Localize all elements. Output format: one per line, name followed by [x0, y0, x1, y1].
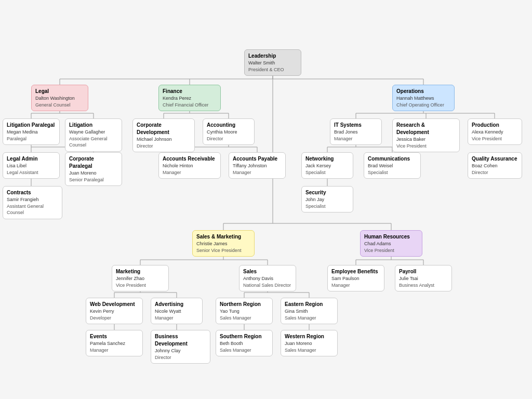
node-name-marketing: Jennifer Zhao [116, 275, 165, 282]
node-name-litigation: Wayne Gallagher [69, 129, 118, 136]
node-title-communications: Communications [368, 155, 417, 163]
node-name-accts_receivable: Nichole Hinton [163, 163, 217, 169]
node-name-payroll: Julie Tsai [399, 275, 448, 282]
node-role-events: Manager [90, 347, 139, 354]
node-title-sales_marketing: Sales & Marketing [196, 233, 250, 241]
node-contracts: ContractsSamir FrangiehAssistant General… [3, 186, 62, 219]
node-events: EventsPamela SanchezManager [86, 330, 143, 356]
node-title-litigation_paralegal: Litigation Paralegal [7, 122, 56, 129]
node-name-eastern_region: Gina Smith [285, 308, 334, 315]
node-role-western_region: Sales Manager [285, 347, 334, 354]
node-role-networking: Specialist [305, 169, 349, 176]
node-name-sales_marketing: Christie James [196, 241, 250, 247]
node-title-accounting: Accounting [207, 122, 250, 129]
node-name-quality_assurance: Boaz Cohen [472, 163, 518, 169]
node-biz_dev: Business DevelopmentJohnny ClayDirector [151, 330, 210, 364]
node-title-events: Events [90, 333, 139, 340]
node-name-production: Alexa Kennedy [472, 129, 518, 136]
node-web_dev: Web DevelopmentKevin PerryDeveloper [86, 298, 143, 324]
node-role-litigation_paralegal: Paralegal [7, 136, 56, 142]
node-role-web_dev: Developer [90, 315, 139, 322]
node-name-litigation_paralegal: Megan Medina [7, 129, 56, 136]
node-sales: SalesAnthony DavisNational Sales Directo… [239, 265, 296, 291]
node-role-sales: National Sales Director [243, 282, 292, 289]
node-name-finance: Kendra Perez [163, 95, 217, 102]
node-role-finance: Chief Financial Officer [163, 102, 217, 109]
node-name-operations: Hannah Matthews [396, 95, 450, 102]
node-title-advertising: Advertising [155, 301, 198, 308]
node-role-emp_benefits: Manager [331, 282, 380, 289]
node-title-web_dev: Web Development [90, 301, 139, 308]
node-role-leadership: President & CEO [248, 66, 297, 73]
node-role-contracts: Assistant General Counsel [7, 203, 58, 216]
node-role-advertising: Manager [155, 315, 198, 322]
node-role-human_resources: Vice President [364, 247, 418, 254]
node-legal_admin: Legal AdminLisa LibelLegal Assistant [3, 152, 60, 179]
node-name-western_region: Juan Moreno [285, 340, 334, 347]
node-role-accts_payable: Manager [233, 169, 282, 176]
node-role-corp_dev: Director [137, 143, 191, 150]
org-chart: LeadershipWalter SmithPresident & CEOLeg… [0, 0, 532, 399]
node-title-southern_region: Southern Region [220, 333, 269, 340]
node-title-western_region: Western Region [285, 333, 334, 340]
node-name-biz_dev: Johnny Clay [155, 348, 206, 354]
node-role-payroll: Business Analyst [399, 282, 448, 289]
node-human_resources: Human ResourcesChad AdamsVice President [360, 230, 422, 257]
node-accts_receivable: Accounts ReceivableNichole HintonManager [158, 152, 221, 179]
node-role-quality_assurance: Director [472, 169, 518, 176]
node-role-northern_region: Sales Manager [220, 315, 269, 322]
node-role-legal_admin: Legal Assistant [7, 169, 56, 176]
node-title-legal_admin: Legal Admin [7, 155, 56, 163]
node-litigation_paralegal: Litigation ParalegalMegan MedinaParalega… [3, 118, 60, 145]
node-role-legal: General Counsel [35, 102, 84, 109]
node-role-accts_receivable: Manager [163, 169, 217, 176]
node-name-emp_benefits: Sam Paulson [331, 275, 380, 282]
node-title-northern_region: Northern Region [220, 301, 269, 308]
node-litigation: LitigationWayne GallagherAssociate Gener… [65, 118, 122, 152]
node-sales_marketing: Sales & MarketingChristie JamesSenior Vi… [192, 230, 255, 257]
node-title-quality_assurance: Quality Assurance [472, 155, 518, 163]
node-marketing: MarketingJennifer ZhaoVice President [112, 265, 169, 291]
node-title-marketing: Marketing [116, 268, 165, 275]
node-eastern_region: Eastern RegionGina SmithSales Manager [281, 298, 338, 324]
node-legal: LegalDalton WashingtonGeneral Counsel [31, 85, 88, 111]
node-title-eastern_region: Eastern Region [285, 301, 334, 308]
node-operations: OperationsHannah MatthewsChief Operating… [392, 85, 455, 111]
node-name-networking: Jack Kersey [305, 163, 349, 169]
node-role-communications: Specialist [368, 169, 417, 176]
node-quality_assurance: Quality AssuranceBoaz CohenDirector [468, 152, 522, 179]
node-security: SecurityJohn JaySpecialist [301, 186, 353, 212]
node-communications: CommunicationsBrad WeiselSpecialist [364, 152, 421, 179]
node-role-it_systems: Manager [334, 136, 378, 142]
node-title-payroll: Payroll [399, 268, 448, 275]
node-title-security: Security [305, 189, 349, 196]
node-name-legal_admin: Lisa Libel [7, 163, 56, 169]
node-title-accts_payable: Accounts Payable [233, 155, 282, 163]
node-production: ProductionAlexa KennedyVice President [468, 118, 522, 145]
node-title-emp_benefits: Employee Benefits [331, 268, 380, 275]
node-name-accts_payable: Tiffany Johnston [233, 163, 282, 169]
node-role-eastern_region: Sales Manager [285, 315, 334, 322]
node-name-communications: Brad Weisel [368, 163, 417, 169]
node-name-advertising: Nicole Wyatt [155, 308, 198, 315]
node-title-litigation: Litigation [69, 122, 118, 129]
node-networking: NetworkingJack KerseySpecialist [301, 152, 353, 179]
node-advertising: AdvertisingNicole WyattManager [151, 298, 203, 324]
node-accounting: AccountingCynthia MooreDirector [203, 118, 255, 145]
node-corp_paralegal: Corporate ParalegalJuan MorenoSenior Par… [65, 152, 122, 186]
node-role-marketing: Vice President [116, 282, 165, 289]
node-name-contracts: Samir Frangieh [7, 196, 58, 203]
node-leadership: LeadershipWalter SmithPresident & CEO [244, 49, 301, 76]
node-role-southern_region: Sales Manager [220, 347, 269, 354]
node-name-it_systems: Brad Jones [334, 129, 378, 136]
node-name-events: Pamela Sanchez [90, 340, 139, 347]
node-role-sales_marketing: Senior Vice President [196, 247, 250, 254]
node-title-operations: Operations [396, 88, 450, 95]
node-western_region: Western RegionJuan MorenoSales Manager [281, 330, 338, 356]
node-title-human_resources: Human Resources [364, 233, 418, 241]
node-title-it_systems: IT Systems [334, 122, 378, 129]
node-name-leadership: Walter Smith [248, 60, 297, 66]
node-it_systems: IT SystemsBrad JonesManager [330, 118, 382, 145]
node-name-r_and_d: Jessica Baker [396, 136, 456, 143]
node-title-legal: Legal [35, 88, 84, 95]
